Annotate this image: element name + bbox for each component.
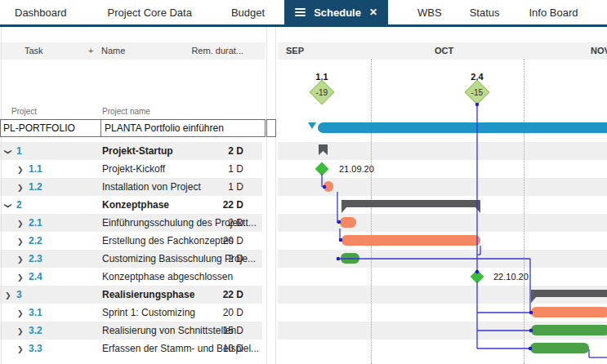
chevron-right-icon[interactable]: ❯ <box>17 232 24 250</box>
gantt-pane-border <box>275 27 276 364</box>
task-duration-cell[interactable]: 22 D <box>188 196 243 214</box>
chevron-right-icon[interactable]: ❯ <box>17 214 24 232</box>
milestone-badge-diamond: -19 <box>309 79 334 104</box>
tab-label: WBS <box>417 7 442 19</box>
project-row-gutter-cell <box>266 119 276 137</box>
project-id-cell[interactable]: PL-PORTFOLIO <box>1 120 101 136</box>
chevron-down-icon[interactable]: ❯ <box>5 196 11 214</box>
task-duration-cell[interactable]: 20 D <box>188 232 243 250</box>
project-row[interactable]: PL-PORTFOLIO PLANTA Portfolio einführen <box>0 119 266 137</box>
timeline-month-label: NOV <box>591 42 607 60</box>
milestone-badge-diamond: -15 <box>464 79 489 104</box>
phase-bar-left-cap <box>341 206 347 213</box>
gantt-milestone[interactable] <box>471 270 484 284</box>
chevron-right-icon[interactable]: ❯ <box>17 160 24 178</box>
phase-bar-right-cap <box>475 206 480 213</box>
hamburger-icon[interactable] <box>295 7 306 18</box>
tab-dashboard[interactable]: Dashboard <box>15 0 67 24</box>
milestone-date-label: 21.09.20 <box>339 160 374 178</box>
task-duration-cell[interactable]: 1 D <box>188 178 243 196</box>
month-gridline <box>524 59 524 364</box>
phase-summary-bar[interactable] <box>531 290 607 297</box>
gantt-task-bar[interactable] <box>341 235 480 246</box>
timeline-month-label: SEP <box>286 42 304 60</box>
add-column-button[interactable]: + <box>88 42 93 60</box>
tab-status[interactable]: Status <box>470 0 500 24</box>
left-pane-border <box>1 27 2 364</box>
task-name-cell[interactable]: Projekt-Startup <box>102 142 173 160</box>
task-number: 3.1 <box>29 304 42 322</box>
chevron-right-icon[interactable]: ❯ <box>17 250 24 268</box>
task-number: 3 <box>16 286 22 304</box>
planta-app: DashboardProject Core DataBudgetSchedule… <box>0 0 607 364</box>
row-stripe <box>278 214 607 232</box>
task-name-cell[interactable]: Installation von Project <box>102 178 201 196</box>
task-duration-cell[interactable]: 2 D <box>188 214 243 232</box>
task-duration-cell[interactable]: 2 D <box>188 250 243 268</box>
gantt-task-bar[interactable] <box>530 343 589 353</box>
task-duration-cell[interactable]: 10 D <box>188 340 243 357</box>
gantt-task-bar[interactable] <box>531 325 607 335</box>
milestone-date-label: 22.10.20 <box>493 268 529 286</box>
task-number: 2.4 <box>29 268 42 286</box>
chevron-right-icon[interactable]: ❯ <box>17 340 24 357</box>
task-number: 1 <box>16 142 22 160</box>
month-gridline <box>371 59 372 364</box>
tab-budget[interactable]: Budget <box>231 0 265 24</box>
project-name-cell[interactable]: PLANTA Portfolio einführen <box>101 120 265 136</box>
column-header-task[interactable]: Task <box>25 42 43 60</box>
pane-splitter[interactable] <box>266 27 267 364</box>
tab-info-board[interactable]: Info Board <box>529 0 578 24</box>
task-name-cell[interactable]: Konzeptphase abgeschlossen <box>102 268 233 286</box>
phase-bar-left-cap <box>531 296 537 303</box>
tab-project-core-data[interactable]: Project Core Data <box>108 0 192 24</box>
tab-label: Budget <box>231 7 265 19</box>
chevron-right-icon[interactable]: ❯ <box>17 304 24 322</box>
project-name-label: Project name <box>102 106 150 117</box>
task-name-cell[interactable]: Projekt-Kickoff <box>102 160 165 178</box>
close-tab-icon[interactable]: ✕ <box>369 7 377 17</box>
row-stripe <box>278 250 607 268</box>
tab-label: Schedule <box>314 7 361 19</box>
task-number: 3.2 <box>29 322 42 340</box>
milestone-badge-value: -19 <box>316 87 328 96</box>
chevron-right-icon[interactable]: ❯ <box>17 178 24 196</box>
task-name-cell[interactable]: Sprint 1: Customizing <box>102 304 195 322</box>
project-summary-bar[interactable] <box>318 122 607 133</box>
task-name-cell[interactable]: Konzeptphase <box>102 196 169 214</box>
task-number: 3.3 <box>29 340 42 357</box>
chevron-right-icon[interactable]: ❯ <box>5 286 11 304</box>
schedule-panel: Task + Name Rem. durat... Project Projec… <box>0 27 607 364</box>
project-start-marker-icon <box>308 122 316 129</box>
task-duration-cell[interactable]: 15 D <box>188 322 243 340</box>
tab-label: Status <box>470 7 500 19</box>
task-number: 1.2 <box>29 178 42 196</box>
task-name-cell[interactable]: Realisierungsphase <box>102 286 194 304</box>
timeline-month-label: OCT <box>435 42 453 60</box>
task-duration-cell[interactable]: 1 D <box>188 160 243 178</box>
column-header-name[interactable]: Name <box>101 42 125 60</box>
milestone-badge[interactable]: -15 <box>465 80 489 104</box>
column-header-duration[interactable]: Rem. durat... <box>188 42 243 60</box>
milestone-badge-value: -15 <box>471 87 483 96</box>
tab-schedule[interactable]: Schedule✕ <box>284 0 388 24</box>
gantt-task-bar[interactable] <box>531 307 607 317</box>
gantt-task-bar[interactable] <box>341 253 359 264</box>
gantt-task-bar[interactable] <box>324 181 333 192</box>
chevron-right-icon[interactable]: ❯ <box>17 322 24 340</box>
task-duration-cell[interactable]: 20 D <box>188 304 243 322</box>
project-id-label: Project <box>11 106 37 117</box>
tab-wbs[interactable]: WBS <box>417 0 442 24</box>
task-number: 2.1 <box>29 214 42 232</box>
phase-summary-bar[interactable] <box>341 200 480 207</box>
tab-label: Project Core Data <box>108 7 192 19</box>
task-number: 2.2 <box>29 232 42 250</box>
task-duration-cell[interactable]: 2 D <box>188 142 243 160</box>
gantt-milestone[interactable] <box>315 162 329 176</box>
chevron-right-icon[interactable]: ❯ <box>17 268 24 286</box>
task-duration-cell[interactable]: 22 D <box>188 286 243 304</box>
milestone-badge[interactable]: -19 <box>310 80 334 104</box>
chevron-down-icon[interactable]: ❯ <box>5 142 11 160</box>
task-number: 1.1 <box>29 160 42 178</box>
gantt-task-bar[interactable] <box>340 217 356 228</box>
